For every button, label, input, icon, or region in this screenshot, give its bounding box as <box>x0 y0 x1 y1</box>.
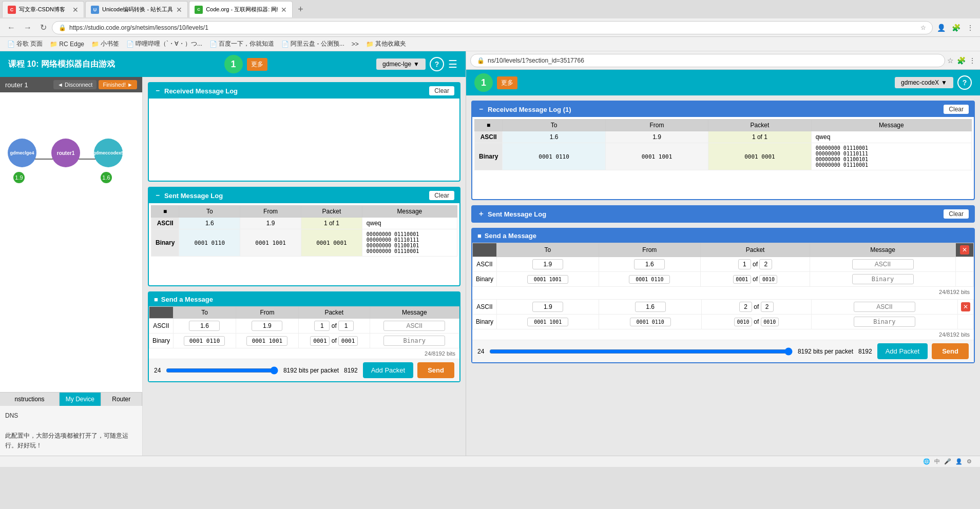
right-p1-binary-from-input[interactable] <box>629 275 670 284</box>
menu-icon[interactable]: ⋮ <box>965 22 976 34</box>
right-packet-size-slider[interactable] <box>489 347 793 356</box>
right-p2-message-input[interactable] <box>854 302 915 312</box>
right-p2-binary-from-input[interactable] <box>630 318 671 326</box>
right-extensions-icon[interactable]: 🧩 <box>957 56 966 65</box>
left-recv-log-toggle[interactable]: － <box>154 86 161 95</box>
bookmark-bookmarks[interactable]: 📁 小书签 <box>88 38 122 49</box>
new-tab-button[interactable]: + <box>294 4 308 15</box>
right-sent-log-toggle[interactable]: ＋ <box>477 209 485 219</box>
send-message-input[interactable] <box>383 321 445 331</box>
tab-router[interactable]: Router <box>101 393 142 406</box>
right-add-packet-button[interactable]: Add Packet <box>877 343 928 359</box>
packet2-close-button[interactable]: ✕ <box>961 302 970 311</box>
send-from-input[interactable] <box>252 321 282 331</box>
right-p1-packet-total-input[interactable] <box>759 259 772 269</box>
tab-codeorg[interactable]: C Code.org - 互联网模拟器: 网络模... ✕ <box>189 1 293 17</box>
finished-button[interactable]: Finished! ► <box>99 80 137 89</box>
right-p2-packet-total-input[interactable] <box>761 302 774 312</box>
left-sent-log-toggle[interactable]: － <box>154 191 161 200</box>
send-packet-num-input[interactable] <box>314 321 330 331</box>
right-p2-ascii-label: ASCII <box>473 300 497 315</box>
more-button[interactable]: 更多 <box>247 58 267 71</box>
right-p2-binary-message-input[interactable] <box>854 317 915 327</box>
gear-icon: ⚙ <box>967 458 972 465</box>
send-binary-packet-num-input[interactable] <box>310 336 330 346</box>
bookmark-other[interactable]: 📁 其他收藏夹 <box>363 38 409 49</box>
tab-close-unicode[interactable]: ✕ <box>176 6 182 14</box>
star-icon[interactable]: ☆ <box>920 24 926 31</box>
tab-close-codeorg[interactable]: ✕ <box>281 6 287 14</box>
right-p1-to-input[interactable] <box>532 259 563 269</box>
right-p2-binary-x2-cell <box>958 315 974 329</box>
right-col-to: To <box>503 120 605 131</box>
extensions-icon[interactable]: 🧩 <box>950 22 963 34</box>
right-p2-binary-to-input[interactable] <box>527 318 568 326</box>
right-p2-packet-num-input[interactable] <box>739 302 752 312</box>
send-binary-from-input[interactable] <box>246 336 287 346</box>
add-packet-button[interactable]: Add Packet <box>363 362 414 378</box>
right-help-button[interactable]: ? <box>957 75 972 90</box>
main-container: 课程 10: 网络模拟器自由游戏 1 更多 gdmec-lge ▼ ? ☰ ro… <box>0 51 980 456</box>
node-gdmeclge4[interactable]: gdmeclge4 <box>8 139 36 167</box>
bookmark-rc[interactable]: 📁 RC Edge <box>47 40 87 49</box>
right-address-text[interactable]: 🔒 ns/10/levels/1?section_id=3517766 <box>470 54 945 67</box>
node-router1[interactable]: router1 <box>51 139 80 167</box>
reload-button[interactable]: ↻ <box>37 21 50 34</box>
right-sent-clear-button[interactable]: Clear <box>944 209 969 219</box>
right-recv-clear-button[interactable]: Clear <box>944 105 969 114</box>
left-recv-clear-button[interactable]: Clear <box>429 86 454 95</box>
right-p2-from-input[interactable] <box>635 302 666 312</box>
right-p1-from-input[interactable] <box>634 259 665 269</box>
send-binary-message-input[interactable] <box>383 336 445 346</box>
left-recv-log-panel: － Received Message Log Clear <box>148 82 460 182</box>
right-send-toggle[interactable]: ■ <box>477 232 482 240</box>
tab-close-csdn[interactable]: ✕ <box>72 6 79 14</box>
bookmark-google[interactable]: 📄 谷歌 页面 <box>4 38 46 49</box>
tab-csdn[interactable]: C 写文章-CSDN博客 ✕ <box>2 1 84 17</box>
tab-my-device[interactable]: My Device <box>60 393 101 406</box>
disconnect-button[interactable]: ◄ Disconnect <box>53 80 97 89</box>
send-to-input[interactable] <box>189 321 220 331</box>
send-binary-packet-total-input[interactable] <box>338 336 358 346</box>
right-send-p2-binary-row: Binary of <box>473 315 974 329</box>
badge-gdmeclge4: 1.9 <box>13 172 25 183</box>
right-p1-binary-to-input[interactable] <box>527 275 568 284</box>
packet1-close-button[interactable]: ✕ <box>960 245 969 254</box>
right-p1-packet-num-input[interactable] <box>738 259 751 269</box>
right-p1-binary-packet-total-input[interactable] <box>759 275 777 284</box>
right-p1-binary-message-input[interactable] <box>852 274 914 284</box>
hamburger-menu[interactable]: ☰ <box>448 58 457 70</box>
tab-unicode[interactable]: U Unicode编码转换 - 站长工具 ✕ <box>85 1 188 17</box>
left-sent-clear-button[interactable]: Clear <box>429 191 454 200</box>
tab-instructions[interactable]: nstructions <box>0 393 60 406</box>
right-more-button[interactable]: 更多 <box>497 76 517 89</box>
node-gdmeccodex5[interactable]: gdmeccodex5 <box>94 139 123 167</box>
right-menu-icon[interactable]: ⋮ <box>969 56 976 65</box>
back-button[interactable]: ← <box>4 21 18 34</box>
right-user-dropdown[interactable]: gdmec-codeX ▼ <box>895 77 953 88</box>
forward-button[interactable]: → <box>21 21 35 34</box>
bookmark-baidu[interactable]: 📄 百度一下，你就知道 <box>206 38 277 49</box>
packet-size-slider[interactable] <box>166 366 278 375</box>
right-addr-bar: 🔒 ns/10/levels/1?section_id=3517766 ☆ 🧩 … <box>466 51 980 70</box>
profile-icon[interactable]: 👤 <box>935 22 948 34</box>
bookmark-more[interactable]: >> <box>349 40 362 49</box>
right-p2-to-input[interactable] <box>532 302 563 312</box>
address-bar[interactable]: 🔒 https://studio.code.org/s/netsim/lesso… <box>52 21 933 34</box>
right-p2-binary-packet-num-input[interactable] <box>734 318 752 326</box>
right-p1-binary-packet-num-input[interactable] <box>733 275 751 284</box>
right-star-icon[interactable]: ☆ <box>947 56 954 65</box>
send-ascii-to <box>174 319 236 334</box>
bookmark-aliyun[interactable]: 📄 阿里云盘 - 公测预... <box>278 38 348 49</box>
send-button[interactable]: Send <box>417 362 454 378</box>
right-p2-binary-packet-total-input[interactable] <box>761 318 779 326</box>
send-binary-to-input[interactable] <box>184 336 225 346</box>
user-dropdown[interactable]: gdmec-lge ▼ <box>376 58 426 70</box>
left-send-toggle[interactable]: ■ <box>154 296 158 303</box>
right-recv-log-toggle[interactable]: － <box>477 105 485 114</box>
help-button[interactable]: ? <box>430 57 444 71</box>
right-send-button[interactable]: Send <box>932 343 969 359</box>
send-packet-total-input[interactable] <box>338 321 354 331</box>
bookmark-bilibili[interactable]: 📄 哔哩哔哩（`・∀・）つ... <box>123 38 205 49</box>
right-p1-message-input[interactable] <box>852 259 914 269</box>
